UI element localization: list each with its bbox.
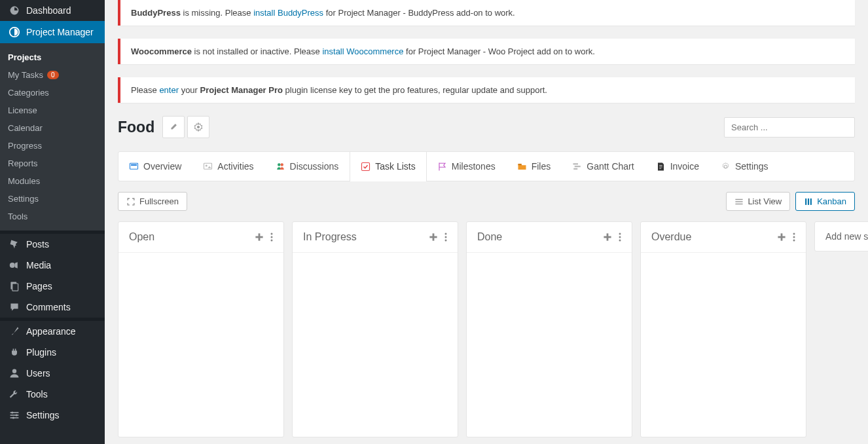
sidebar-sub-categories[interactable]: Categories [0, 84, 105, 102]
svg-rect-22 [574, 168, 578, 169]
milestones-icon [437, 162, 447, 172]
view-controls: Fullscreen List View Kanban [118, 192, 855, 211]
svg-point-52 [793, 240, 795, 242]
sidebar-label: Media [26, 260, 51, 270]
column-menu-button[interactable] [793, 232, 795, 242]
media-icon [8, 260, 21, 270]
tab-files[interactable]: Files [507, 152, 562, 181]
sidebar-sub-tools[interactable]: Tools [0, 208, 105, 225]
project-tabs: Overview Activities Discussions Task Lis… [118, 151, 855, 181]
install-woocommerce-link[interactable]: install Woocommerce [322, 46, 403, 56]
main-content: BuddyPress is missing. Please install Bu… [105, 0, 868, 444]
sidebar-label: Dashboard [26, 5, 71, 16]
svg-rect-39 [429, 236, 437, 238]
tab-invoice[interactable]: Invoice [645, 152, 710, 181]
add-task-button[interactable] [777, 232, 786, 242]
sidebar-item-dashboard[interactable]: Dashboard [0, 0, 105, 21]
notice-license: Please enter your Project Manager Pro pl… [118, 77, 855, 103]
sidebar-item-pages[interactable]: Pages [0, 276, 105, 297]
sidebar-sub-license[interactable]: License [0, 102, 105, 119]
svg-rect-14 [204, 163, 212, 169]
wrench-icon [8, 389, 21, 399]
sidebar-label: Comments [26, 302, 71, 312]
sidebar-sub-calendar[interactable]: Calendar [0, 119, 105, 137]
admin-sidebar: Dashboard Project Manager Projects My Ta… [0, 0, 105, 444]
svg-point-4 [12, 369, 16, 373]
column-menu-button[interactable] [444, 232, 447, 242]
kanban-column-title: Done [477, 231, 603, 243]
sidebar-label: Plugins [26, 347, 56, 358]
sidebar-sub-projects[interactable]: Projects [0, 48, 105, 66]
sidebar-item-posts[interactable]: Posts [0, 234, 105, 255]
svg-rect-25 [659, 168, 661, 168]
sidebar-item-users[interactable]: Users [0, 363, 105, 384]
fullscreen-button[interactable]: Fullscreen [118, 192, 187, 211]
fullscreen-icon [126, 197, 136, 206]
column-menu-button[interactable] [619, 232, 621, 242]
svg-point-11 [197, 126, 200, 128]
svg-point-40 [445, 233, 447, 235]
sidebar-item-project-manager[interactable]: Project Manager [0, 21, 105, 43]
search-input[interactable] [724, 117, 855, 138]
sidebar-sub-progress[interactable]: Progress [0, 137, 105, 155]
edit-project-button[interactable] [162, 116, 185, 138]
svg-rect-34 [255, 236, 262, 238]
sidebar-sub-modules[interactable]: Modules [0, 172, 105, 190]
kanban-column-done: Done [466, 221, 632, 437]
kanban-icon [804, 197, 813, 206]
sidebar-item-appearance[interactable]: Appearance [0, 321, 105, 342]
sidebar-sub-settings[interactable]: Settings [0, 190, 105, 208]
sidebar-item-comments[interactable]: Comments [0, 297, 105, 318]
sidebar-item-plugins[interactable]: Plugins [0, 342, 105, 363]
svg-point-42 [445, 240, 447, 242]
sidebar-sub-my-tasks[interactable]: My Tasks0 [0, 66, 105, 84]
sidebar-submenu: Projects My Tasks0 Categories License Ca… [0, 43, 105, 231]
tab-gantt[interactable]: Gantt Chart [562, 152, 645, 181]
add-section-button[interactable]: Add new se [814, 221, 868, 251]
svg-point-45 [619, 233, 621, 235]
svg-rect-28 [736, 201, 743, 202]
kanban-column-overdue: Overdue [640, 221, 806, 437]
notice-woocommerce: Woocommerce is not installed or inactive… [118, 39, 855, 64]
svg-point-41 [445, 236, 447, 238]
sidebar-item-settings[interactable]: Settings [0, 405, 105, 426]
column-menu-button[interactable] [270, 232, 273, 242]
tab-milestones[interactable]: Milestones [427, 152, 507, 181]
svg-point-9 [16, 414, 18, 416]
sidebar-label: Posts [26, 239, 49, 250]
svg-point-16 [278, 163, 281, 166]
add-task-button[interactable] [603, 232, 612, 242]
list-icon [734, 197, 744, 206]
sliders-icon [8, 410, 21, 420]
svg-point-36 [271, 236, 273, 238]
svg-point-10 [12, 416, 14, 418]
sidebar-item-media[interactable]: Media [0, 255, 105, 276]
kanban-board: Open In Progress Done [118, 221, 855, 437]
kanban-column-open: Open [118, 221, 284, 437]
project-settings-button[interactable] [187, 116, 209, 138]
svg-rect-3 [12, 284, 18, 291]
enter-license-link[interactable]: enter [159, 85, 179, 95]
tab-activities[interactable]: Activities [192, 152, 264, 181]
svg-rect-20 [573, 163, 579, 164]
sidebar-item-tools[interactable]: Tools [0, 384, 105, 405]
svg-rect-44 [604, 236, 611, 238]
tab-overview[interactable]: Overview [118, 152, 192, 181]
activities-icon [203, 162, 213, 172]
sidebar-sub-reports[interactable]: Reports [0, 155, 105, 172]
kanban-view-button[interactable]: Kanban [795, 192, 855, 211]
svg-point-37 [271, 240, 273, 242]
tab-settings[interactable]: Settings [710, 152, 780, 181]
kanban-column-in-progress: In Progress [292, 221, 458, 437]
list-view-button[interactable]: List View [726, 192, 790, 211]
notice-buddypress: BuddyPress is missing. Please install Bu… [118, 0, 855, 26]
tab-task-lists[interactable]: Task Lists [350, 152, 426, 181]
install-buddypress-link[interactable]: install BuddyPress [253, 8, 323, 18]
sidebar-label: Settings [26, 410, 60, 420]
svg-point-35 [271, 233, 273, 235]
add-task-button[interactable] [255, 232, 264, 242]
add-task-button[interactable] [429, 232, 438, 242]
svg-rect-13 [131, 164, 137, 165]
svg-point-15 [206, 164, 208, 166]
tab-discussions[interactable]: Discussions [265, 152, 350, 181]
